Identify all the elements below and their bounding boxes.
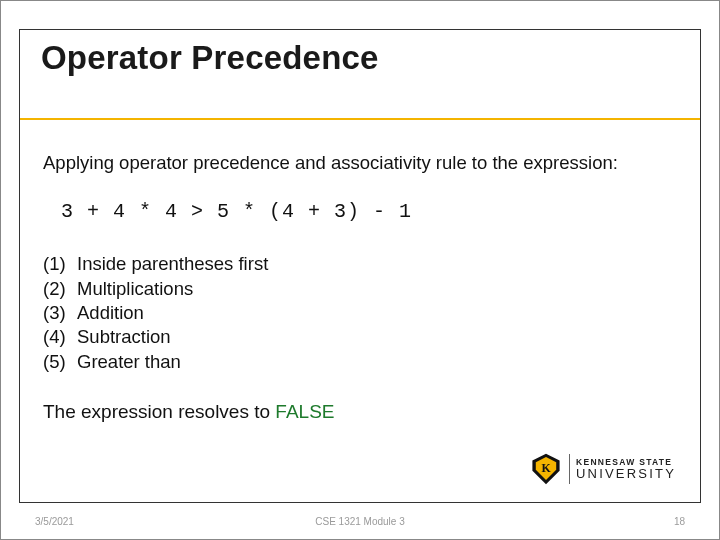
accent-line (20, 118, 700, 120)
logo-divider (569, 454, 570, 484)
step-text: Greater than (77, 350, 181, 374)
resolve-prefix: The expression resolves to (43, 401, 275, 422)
step-number: (2) (43, 277, 71, 301)
svg-text:K: K (541, 461, 551, 475)
step-text: Addition (77, 301, 144, 325)
resolve-value: FALSE (275, 401, 334, 422)
resolve-line: The expression resolves to FALSE (43, 400, 677, 424)
step-text: Multiplications (77, 277, 193, 301)
logo: K KENNESAW STATE UNIVERSITY (529, 449, 689, 489)
footer-page-number: 18 (674, 516, 685, 527)
list-item: (2) Multiplications (43, 277, 677, 301)
step-text: Subtraction (77, 325, 171, 349)
intro-text: Applying operator precedence and associa… (43, 151, 677, 175)
slide-body: Applying operator precedence and associa… (43, 151, 677, 425)
steps-list: (1) Inside parentheses first (2) Multipl… (43, 252, 677, 374)
list-item: (3) Addition (43, 301, 677, 325)
step-text: Inside parentheses first (77, 252, 268, 276)
slide-title: Operator Precedence (41, 39, 379, 77)
logo-bottom-text: UNIVERSITY (576, 467, 676, 480)
slide: Operator Precedence Applying operator pr… (0, 0, 720, 540)
step-number: (5) (43, 350, 71, 374)
list-item: (4) Subtraction (43, 325, 677, 349)
footer-date: 3/5/2021 (35, 516, 74, 527)
step-number: (1) (43, 252, 71, 276)
list-item: (1) Inside parentheses first (43, 252, 677, 276)
list-item: (5) Greater than (43, 350, 677, 374)
ksu-logo-icon: K (529, 452, 563, 486)
logo-text: KENNESAW STATE UNIVERSITY (576, 458, 676, 480)
step-number: (3) (43, 301, 71, 325)
expression-code: 3 + 4 * 4 > 5 * (4 + 3) - 1 (61, 199, 677, 225)
step-number: (4) (43, 325, 71, 349)
footer-module: CSE 1321 Module 3 (315, 516, 405, 527)
